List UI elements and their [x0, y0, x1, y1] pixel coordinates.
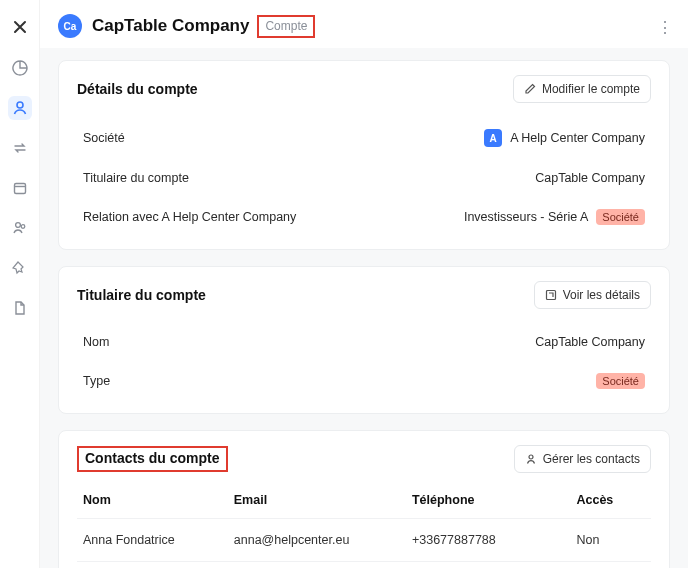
row-value: A Help Center Company: [510, 131, 645, 145]
col-access: Accès: [576, 493, 645, 507]
holder-row: Type Société: [59, 361, 669, 401]
type-pill: Société: [596, 373, 645, 389]
svg-point-5: [529, 455, 533, 459]
svg-point-2: [15, 223, 20, 228]
contacts-header-row: Nom Email Téléphone Accès: [77, 483, 651, 518]
nav-document-icon[interactable]: [8, 296, 32, 320]
manage-contacts-button[interactable]: Gérer les contacts: [514, 445, 651, 473]
account-holder-title: Titulaire du compte: [77, 287, 206, 303]
svg-point-0: [17, 102, 23, 108]
contact-email: anna@helpcenter.eu: [234, 533, 412, 547]
row-label: Relation avec A Help Center Company: [83, 210, 296, 224]
breadcrumb-tag: Compte: [265, 19, 307, 33]
contact-row[interactable]: Anna Fondatrice anna@helpcenter.eu +3367…: [77, 518, 651, 561]
row-value: Investisseurs - Série A: [464, 210, 588, 224]
row-label: Type: [83, 374, 110, 388]
nav-calendar-icon[interactable]: [8, 176, 32, 200]
row-label: Nom: [83, 335, 109, 349]
svg-rect-4: [546, 291, 555, 300]
account-contacts-title: Contacts du compte: [85, 450, 220, 466]
detail-row: Titulaire du compte CapTable Company: [59, 159, 669, 197]
close-icon[interactable]: [11, 18, 29, 36]
account-details-title: Détails du compte: [77, 81, 198, 97]
edit-account-button[interactable]: Modifier le compte: [513, 75, 651, 103]
company-chip: A: [484, 129, 502, 147]
nav-overview-icon[interactable]: [8, 56, 32, 80]
row-value: CapTable Company: [535, 171, 645, 185]
account-details-card: Détails du compte Modifier le compte Soc…: [58, 60, 670, 250]
detail-row: Relation avec A Help Center Company Inve…: [59, 197, 669, 237]
contact-name: Anna Fondatrice: [83, 533, 234, 547]
nav-people-icon[interactable]: [8, 216, 32, 240]
col-name: Nom: [83, 493, 234, 507]
account-holder-card: Titulaire du compte Voir les détails Nom…: [58, 266, 670, 414]
sidebar: [0, 0, 40, 568]
col-phone: Téléphone: [412, 493, 576, 507]
edit-account-label: Modifier le compte: [542, 82, 640, 96]
contact-access: Non: [576, 533, 645, 547]
svg-rect-1: [14, 184, 25, 194]
view-details-label: Voir les détails: [563, 288, 640, 302]
row-label: Société: [83, 131, 125, 145]
company-avatar: Ca: [58, 14, 82, 38]
manage-contacts-label: Gérer les contacts: [543, 452, 640, 466]
contacts-title-highlight: Contacts du compte: [77, 446, 228, 472]
view-details-button[interactable]: Voir les détails: [534, 281, 651, 309]
detail-row: Société A A Help Center Company: [59, 117, 669, 159]
svg-point-3: [21, 225, 25, 229]
page-title: CapTable Company: [92, 16, 249, 36]
expand-icon: [545, 289, 557, 301]
company-pill: Société: [596, 209, 645, 225]
nav-pin-icon[interactable]: [8, 256, 32, 280]
pencil-icon: [524, 83, 536, 95]
holder-row: Nom CapTable Company: [59, 323, 669, 361]
nav-account-icon[interactable]: [8, 96, 32, 120]
account-contacts-card: Contacts du compte Gérer les contacts No…: [58, 430, 670, 568]
col-email: Email: [234, 493, 412, 507]
more-menu-icon[interactable]: ⋮: [657, 18, 674, 37]
contact-phone: +33677887788: [412, 533, 576, 547]
contact-row[interactable]: Jon Snow jon@helpcenter.eu +33655665566 …: [77, 561, 651, 568]
row-label: Titulaire du compte: [83, 171, 189, 185]
breadcrumb-highlight: Compte: [257, 15, 315, 38]
row-value: CapTable Company: [535, 335, 645, 349]
nav-transfer-icon[interactable]: [8, 136, 32, 160]
user-icon: [525, 453, 537, 465]
page-header: Ca CapTable Company Compte ⋮: [40, 0, 688, 48]
